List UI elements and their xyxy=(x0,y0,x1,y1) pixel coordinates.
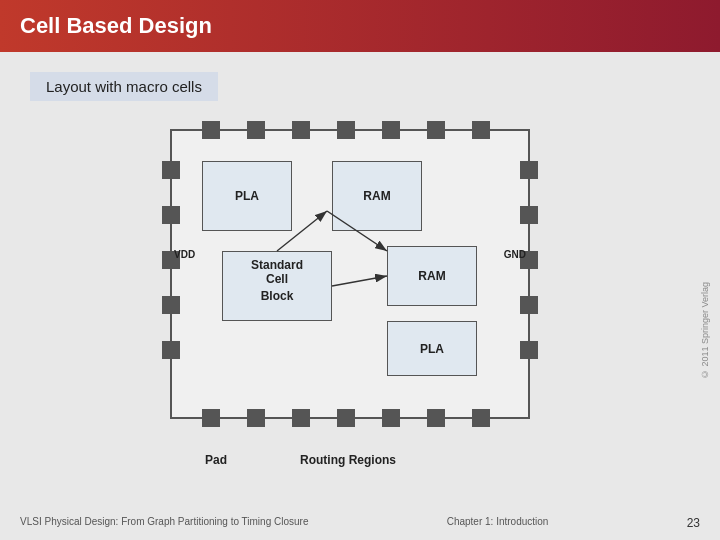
pad-right-2 xyxy=(520,206,538,224)
routing-label: Routing Regions xyxy=(300,453,396,467)
vdd-label: VDD xyxy=(174,249,195,260)
footer: VLSI Physical Design: From Graph Partiti… xyxy=(0,516,720,530)
pad-right-5 xyxy=(520,341,538,359)
pad-bot-5 xyxy=(382,409,400,427)
pad-right-4 xyxy=(520,296,538,314)
pad-left-2 xyxy=(162,206,180,224)
pad-top-2 xyxy=(247,121,265,139)
content-area: Layout with macro cells xyxy=(0,52,720,459)
pla1-block: PLA xyxy=(202,161,292,231)
pad-bot-6 xyxy=(427,409,445,427)
footer-left: VLSI Physical Design: From Graph Partiti… xyxy=(20,516,308,530)
ram2-label: RAM xyxy=(418,269,445,283)
pad-left-4 xyxy=(162,296,180,314)
gnd-label: GND xyxy=(504,249,526,260)
chip-border: VDD GND PLA RAM RAM Standard Cell Block xyxy=(170,129,530,419)
ram1-block: RAM xyxy=(332,161,422,231)
scb-label2: Block xyxy=(261,289,294,303)
pad-bot-7 xyxy=(472,409,490,427)
ram2-block: RAM xyxy=(387,246,477,306)
pad-left-1 xyxy=(162,161,180,179)
pad-bot-4 xyxy=(337,409,355,427)
pla2-label: PLA xyxy=(420,342,444,356)
pad-top-3 xyxy=(292,121,310,139)
pla1-label: PLA xyxy=(235,189,259,203)
copyright-text: © 2011 Springer Verlag xyxy=(700,282,710,379)
pad-left-5 xyxy=(162,341,180,359)
pad-top-5 xyxy=(382,121,400,139)
scb-label1: Standard Cell xyxy=(250,258,304,286)
subtitle-text: Layout with macro cells xyxy=(46,78,202,95)
header-bar: Cell Based Design xyxy=(0,0,720,52)
chip-diagram: VDD GND PLA RAM RAM Standard Cell Block xyxy=(140,119,560,439)
pad-right-1 xyxy=(520,161,538,179)
svg-line-4 xyxy=(332,276,387,286)
pla2-block: PLA xyxy=(387,321,477,376)
page-number: 23 xyxy=(687,516,700,530)
pad-top-1 xyxy=(202,121,220,139)
pad-bot-2 xyxy=(247,409,265,427)
pad-top-4 xyxy=(337,121,355,139)
pad-bot-3 xyxy=(292,409,310,427)
pad-label: Pad xyxy=(205,453,227,467)
pad-top-6 xyxy=(427,121,445,139)
pad-top-7 xyxy=(472,121,490,139)
footer-middle: Chapter 1: Introduction xyxy=(447,516,549,530)
ram1-label: RAM xyxy=(363,189,390,203)
page-title: Cell Based Design xyxy=(20,13,212,39)
scb-block: Standard Cell Block xyxy=(222,251,332,321)
subtitle-box: Layout with macro cells xyxy=(30,72,218,101)
pad-bot-1 xyxy=(202,409,220,427)
